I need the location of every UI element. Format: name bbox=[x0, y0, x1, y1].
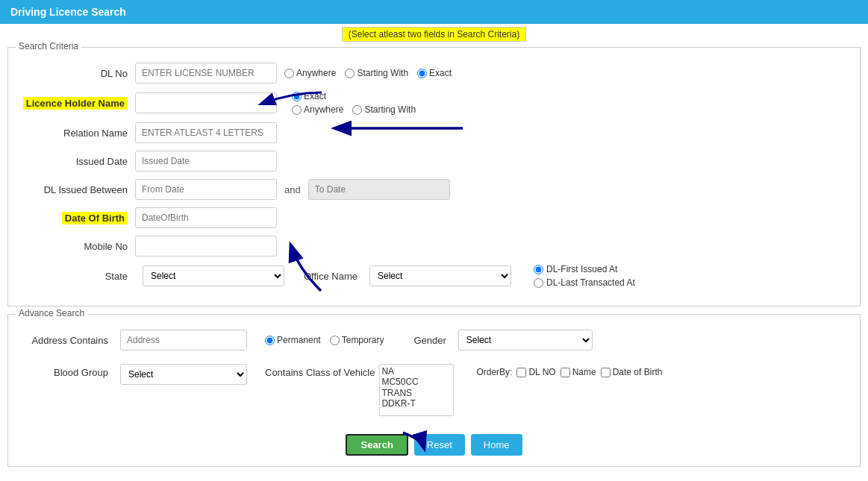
relation-name-input[interactable] bbox=[135, 122, 277, 143]
mobile-no-label: Mobile No bbox=[16, 241, 135, 252]
address-contains-label: Address Contains bbox=[16, 335, 113, 346]
licence-holder-exact-label: Exact bbox=[304, 91, 326, 101]
orderby-dob-checkbox[interactable] bbox=[601, 368, 611, 377]
home-button[interactable]: Home bbox=[471, 434, 522, 456]
orderby-dlno-checkbox[interactable] bbox=[516, 368, 526, 377]
dl-location-radio-group: DL-First Issued At DL-Last Transacted At bbox=[534, 264, 635, 288]
blood-group-label: Blood Group bbox=[16, 364, 113, 378]
vehicle-list-wrapper: NA MC50CC TRANS DDKR-T bbox=[379, 364, 454, 416]
address-temporary-label[interactable]: Temporary bbox=[330, 335, 384, 345]
dl-no-radio-exact[interactable]: Exact bbox=[417, 68, 452, 78]
licence-holder-startingwith-label: Starting With bbox=[364, 104, 416, 115]
vehicle-option-mc50cc[interactable]: MC50CC bbox=[381, 377, 452, 387]
advance-search-inner: Address Contains Permanent Temporary Gen… bbox=[16, 322, 852, 424]
orderby-dlno-label[interactable]: DL NO bbox=[516, 367, 555, 377]
address-contains-input[interactable] bbox=[120, 330, 247, 350]
licence-holder-radio-group: Exact Anywhere Starting With bbox=[292, 91, 416, 115]
reset-button[interactable]: Reset bbox=[414, 434, 465, 456]
orderby-dob-text: Date of Birth bbox=[613, 367, 663, 377]
main-content: Search Criteria DL No Anywhere Starting … bbox=[0, 44, 868, 481]
state-select[interactable]: Select bbox=[143, 265, 284, 286]
address-type-radio-group: Permanent Temporary bbox=[265, 335, 384, 345]
address-temporary-radio[interactable] bbox=[330, 336, 340, 345]
licence-holder-radio-exact-input[interactable] bbox=[292, 92, 302, 101]
licence-holder-radio-startingwith-input[interactable] bbox=[352, 105, 362, 115]
from-date-input[interactable] bbox=[135, 179, 277, 200]
vehicle-class-label: Contains Class of Vehicle bbox=[265, 364, 375, 378]
licence-holder-radio-startingwith[interactable]: Starting With bbox=[352, 104, 416, 115]
office-name-label: Office Name bbox=[304, 271, 357, 282]
dl-no-input[interactable] bbox=[135, 63, 277, 84]
vehicle-option-na[interactable]: NA bbox=[381, 366, 452, 377]
dl-no-radio-group: Anywhere Starting With Exact bbox=[284, 68, 452, 78]
dl-no-row: DL No Anywhere Starting With bbox=[16, 63, 852, 84]
orderby-dlno-text: DL NO bbox=[528, 367, 555, 377]
search-button[interactable]: Search bbox=[346, 434, 408, 456]
relation-name-row: Relation Name bbox=[16, 122, 852, 143]
date-of-birth-label: Date Of Birth bbox=[16, 213, 135, 224]
adv-address-row: Address Contains Permanent Temporary Gen… bbox=[16, 330, 852, 350]
orderby-name-checkbox[interactable] bbox=[561, 368, 570, 377]
address-permanent-text: Permanent bbox=[277, 335, 321, 345]
dl-last-transacted-radio[interactable] bbox=[534, 278, 543, 288]
licence-holder-anywhere-label: Anywhere bbox=[304, 104, 343, 115]
orderby-dob-label[interactable]: Date of Birth bbox=[601, 367, 663, 377]
dl-first-issued-label[interactable]: DL-First Issued At bbox=[534, 264, 635, 274]
dl-issued-between-label: DL Issued Between bbox=[16, 184, 135, 195]
relation-name-label: Relation Name bbox=[16, 128, 135, 139]
mobile-no-row: Mobile No bbox=[16, 236, 852, 257]
licence-holder-input[interactable] bbox=[135, 92, 277, 113]
orderby-label: OrderBy: bbox=[476, 367, 512, 377]
orderby-section: OrderBy: DL NO Name Date of Birth bbox=[476, 367, 662, 377]
dl-no-radio-anywhere[interactable]: Anywhere bbox=[284, 68, 336, 78]
date-of-birth-input[interactable] bbox=[135, 207, 277, 228]
dl-no-radio-anywhere-input[interactable] bbox=[284, 69, 294, 78]
page-wrapper: Driving Licence Search (Select atleast t… bbox=[0, 0, 868, 481]
dl-no-radio-startingwith-input[interactable] bbox=[345, 69, 355, 78]
address-permanent-label[interactable]: Permanent bbox=[265, 335, 321, 345]
dl-no-radio-exact-label: Exact bbox=[429, 68, 452, 78]
dl-no-radio-exact-input[interactable] bbox=[417, 69, 427, 78]
adv-blood-row: Blood Group Select Contains Class of Veh… bbox=[16, 364, 852, 416]
dl-first-issued-radio[interactable] bbox=[534, 265, 543, 274]
dl-last-transacted-label[interactable]: DL-Last Transacted At bbox=[534, 277, 635, 288]
licence-holder-label-text: Licence Holder Name bbox=[23, 97, 128, 110]
issued-date-row: Issued Date bbox=[16, 151, 852, 172]
dl-last-transacted-text: DL-Last Transacted At bbox=[546, 277, 635, 288]
button-row: Search Reset Home bbox=[16, 434, 852, 456]
to-date-input[interactable] bbox=[308, 179, 450, 200]
gender-select[interactable]: Select bbox=[458, 330, 593, 350]
dl-no-radio-anywhere-label: Anywhere bbox=[296, 68, 336, 78]
notice-text: (Select atleast two fields in Search Cri… bbox=[342, 27, 526, 42]
licence-holder-label: Licence Holder Name bbox=[16, 98, 135, 109]
search-criteria-section: Search Criteria DL No Anywhere Starting … bbox=[7, 47, 861, 306]
date-of-birth-row: Date Of Birth bbox=[16, 207, 852, 228]
licence-holder-radio-anywhere[interactable]: Anywhere bbox=[292, 104, 343, 115]
dl-no-radio-startingwith[interactable]: Starting With bbox=[345, 68, 408, 78]
vehicle-class-select[interactable]: NA MC50CC TRANS DDKR-T bbox=[379, 364, 454, 416]
state-office-row: State Select Office Name Select DL-First… bbox=[16, 264, 852, 288]
mobile-no-input[interactable] bbox=[135, 236, 277, 257]
dl-issued-between-row: DL Issued Between and bbox=[16, 179, 852, 200]
vehicle-option-ddkrt[interactable]: DDKR-T bbox=[381, 398, 452, 409]
and-label: and bbox=[284, 184, 301, 195]
issued-date-input[interactable] bbox=[135, 151, 277, 172]
vehicle-option-trans[interactable]: TRANS bbox=[381, 388, 452, 398]
licence-holder-radio-exact[interactable]: Exact bbox=[292, 91, 326, 101]
address-temporary-text: Temporary bbox=[342, 335, 384, 345]
orderby-name-label[interactable]: Name bbox=[561, 367, 596, 377]
licence-holder-radio-anywhere-input[interactable] bbox=[292, 105, 302, 115]
vehicle-class-group: Contains Class of Vehicle NA MC50CC TRAN… bbox=[265, 364, 454, 416]
address-permanent-radio[interactable] bbox=[265, 336, 275, 345]
blood-group-select[interactable]: Select bbox=[120, 364, 247, 385]
licence-holder-row: Licence Holder Name Exact Anywhere bbox=[16, 91, 852, 115]
page-title: Driving Licence Search bbox=[10, 6, 126, 18]
dl-no-radio-startingwith-label: Starting With bbox=[357, 68, 408, 78]
office-name-select[interactable]: Select bbox=[369, 265, 511, 286]
advance-search-legend: Advance Search bbox=[16, 308, 87, 318]
notice-bar: (Select atleast two fields in Search Cri… bbox=[0, 24, 868, 44]
gender-label: Gender bbox=[413, 335, 446, 346]
dl-no-label: DL No bbox=[16, 68, 135, 79]
date-of-birth-label-text: Date Of Birth bbox=[62, 212, 128, 224]
orderby-name-text: Name bbox=[572, 367, 596, 377]
